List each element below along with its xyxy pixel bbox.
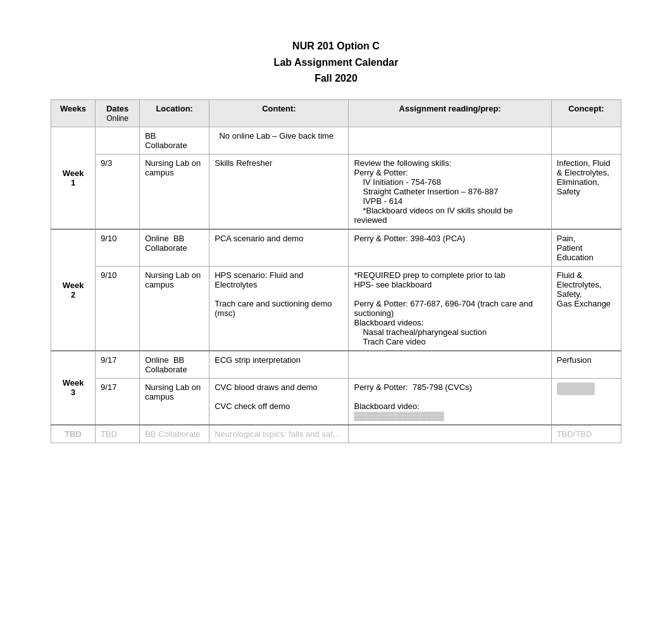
table-row: 9/3 Nursing Lab on campus Skills Refresh… xyxy=(51,154,621,229)
title-line1: NUR 201 Option C xyxy=(292,41,380,51)
date-cell: 9/3 xyxy=(96,154,140,229)
week-label: Week1 xyxy=(51,127,96,229)
concept-cell: Infection, Fluid & Electrolytes, Elimina… xyxy=(551,154,621,229)
assignment-cell: Review the following skills: Perry & Pot… xyxy=(349,154,551,229)
date-cell: 9/10 xyxy=(96,229,140,267)
calendar-table: Weeks Dates Online Location: Content: As… xyxy=(51,99,621,443)
table-row: Week2 9/10 Online BB Collaborate PCA sce… xyxy=(51,229,621,267)
concept-cell: Pain,Patient Education xyxy=(551,229,621,267)
assignment-cell: *REQUIRED prep to complete prior to lab … xyxy=(349,266,551,351)
header-dates-sub: Online xyxy=(106,114,128,123)
week-label: TBD xyxy=(51,425,96,443)
header-concept: Concept: xyxy=(551,99,621,127)
week-label: Week2 xyxy=(51,229,96,351)
table-row: Week3 9/17 Online BB Collaborate ECG str… xyxy=(51,351,621,379)
concept-cell xyxy=(551,378,621,425)
concept-cell: Fluid & Electrolytes, Safety,Gas Exchang… xyxy=(551,266,621,351)
location-cell: Nursing Lab on campus xyxy=(140,378,209,425)
date-cell: 9/17 xyxy=(96,378,140,425)
title-line2: Lab Assignment Calendar xyxy=(274,57,399,68)
assignment-cell: Perry & Potter: 398-403 (PCA) xyxy=(349,229,551,267)
content-cell: Skills Refresher xyxy=(209,154,349,229)
concept-cell xyxy=(551,127,621,154)
content-cell: HPS scenario: Fluid and Electrolytes Tra… xyxy=(209,266,349,351)
location-cell: Online BB Collaborate xyxy=(140,229,209,267)
header-content: Content: xyxy=(209,99,349,127)
page-title: NUR 201 Option C Lab Assignment Calendar… xyxy=(51,38,621,87)
date-cell: 9/10 xyxy=(96,266,140,351)
header-assignment: Assignment reading/prep: xyxy=(349,99,551,127)
location-cell: Nursing Lab on campus xyxy=(140,266,209,351)
table-row: 9/17 Nursing Lab on campus CVC blood dra… xyxy=(51,378,621,425)
location-cell: Nursing Lab on campus xyxy=(140,154,209,229)
date-cell: TBD xyxy=(96,425,140,443)
location-cell: BBCollaborate xyxy=(140,127,209,154)
table-row: 9/10 Nursing Lab on campus HPS scenario:… xyxy=(51,266,621,351)
content-cell: ECG strip interpretation xyxy=(209,351,349,379)
date-cell xyxy=(96,127,140,154)
content-cell: Neurological topics: falls and saf... xyxy=(209,425,349,443)
content-cell: No online Lab – Give back time xyxy=(209,127,349,154)
week-label: Week3 xyxy=(51,351,96,425)
assignment-cell xyxy=(349,127,551,154)
assignment-cell xyxy=(349,425,551,443)
assignment-cell xyxy=(349,351,551,379)
assignment-cell: Perry & Potter: 785-798 (CVCs) Blackboar… xyxy=(349,378,551,425)
title-block: NUR 201 Option C Lab Assignment Calendar… xyxy=(51,38,621,87)
title-line3: Fall 2020 xyxy=(314,73,358,84)
header-weeks: Weeks xyxy=(51,99,96,127)
content-cell: PCA scenario and demo xyxy=(209,229,349,267)
location-cell: Online BB Collaborate xyxy=(140,351,209,379)
header-location: Location: xyxy=(140,99,209,127)
table-row: TBD TBD BB Collaborate Neurological topi… xyxy=(51,425,621,443)
location-cell: BB Collaborate xyxy=(140,425,209,443)
date-cell: 9/17 xyxy=(96,351,140,379)
content-cell: CVC blood draws and demo CVC check off d… xyxy=(209,378,349,425)
header-dates: Dates Online xyxy=(96,99,140,127)
header-dates-label: Dates xyxy=(106,104,128,113)
concept-cell: Perfusion xyxy=(551,351,621,379)
page: NUR 201 Option C Lab Assignment Calendar… xyxy=(0,0,672,637)
concept-cell: TBD/TBD xyxy=(551,425,621,443)
table-row: Week1 BBCollaborate No online Lab – Give… xyxy=(51,127,621,154)
